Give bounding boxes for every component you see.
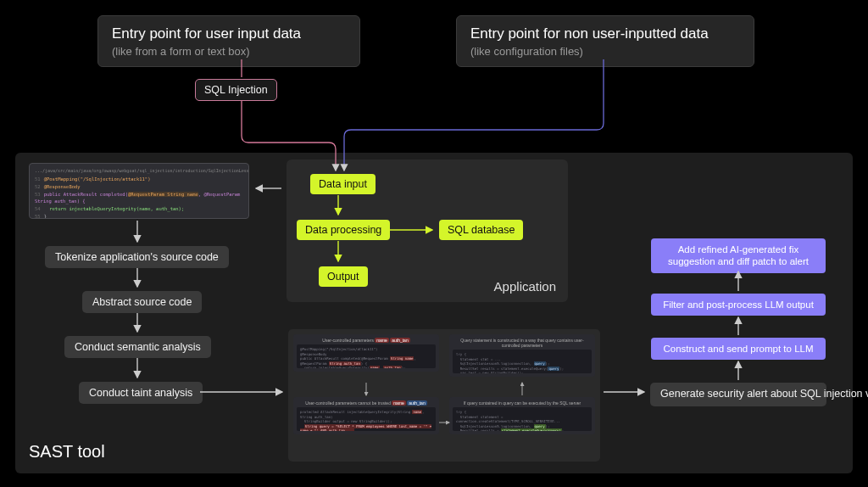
entry-user-input-box: Entry point for user input data (like fr… xyxy=(97,15,360,67)
entry-user-sub: (like from a form or text box) xyxy=(112,45,346,58)
generate-alert-step: Generate security alert about SQL inject… xyxy=(650,383,826,406)
sast-tool-label: SAST tool xyxy=(29,442,105,462)
taint-flow-thumbnails: User-controlled parameters name auth_tan… xyxy=(288,329,600,462)
data-processing-node: Data processing xyxy=(297,220,390,240)
abstract-step: Abstract source code xyxy=(82,291,202,313)
filter-output-step: Filter and post-process LLM output xyxy=(651,294,826,316)
sql-database-node: SQL database xyxy=(439,220,523,240)
entry-user-title: Entry point for user input data xyxy=(112,25,346,43)
semantic-step: Conduct semantic analysis xyxy=(64,336,211,358)
construct-prompt-step: Construct and send prompt to LLM xyxy=(651,338,826,360)
add-fix-step: Add refined AI-generated fix suggestion … xyxy=(651,238,826,273)
entry-nonuser-box: Entry point for non user-inputted data (… xyxy=(456,15,754,67)
entry-nonuser-sub: (like configuration files) xyxy=(470,45,740,58)
source-code-panel: .../java/src/main/java/org/owasp/webgoat… xyxy=(29,163,249,219)
output-node: Output xyxy=(319,266,368,287)
application-label: Application xyxy=(494,279,556,294)
taint-step: Conduct taint analysis xyxy=(79,382,203,404)
data-input-node: Data input xyxy=(310,174,376,194)
code-path: .../java/src/main/java/org/owasp/webgoat… xyxy=(35,167,243,174)
tokenize-step: Tokenize application's source code xyxy=(45,246,229,268)
entry-nonuser-title: Entry point for non user-inputted data xyxy=(470,25,740,43)
sql-injection-badge: SQL Injection xyxy=(195,79,277,101)
